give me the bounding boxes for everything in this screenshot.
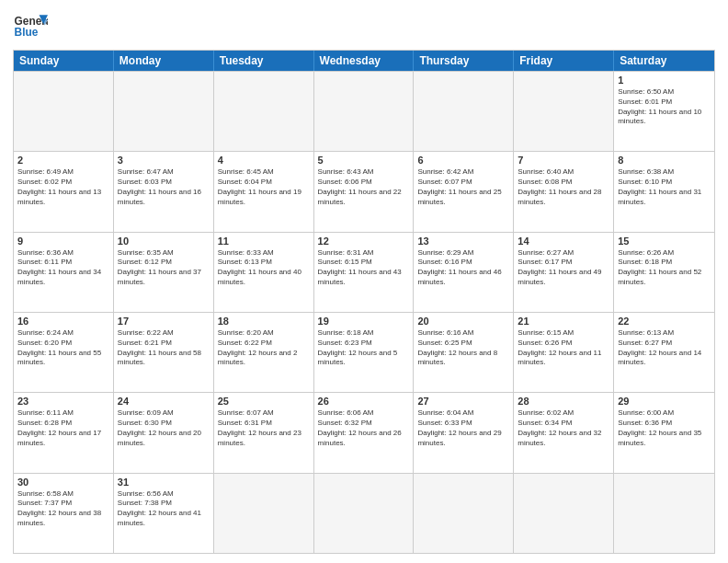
cell-info: Sunrise: 6:06 AM Sunset: 6:32 PM Dayligh…: [318, 408, 410, 448]
calendar-cell: 20Sunrise: 6:16 AM Sunset: 6:25 PM Dayli…: [414, 313, 514, 392]
cell-info: Sunrise: 6:24 AM Sunset: 6:20 PM Dayligh…: [17, 328, 109, 368]
calendar-row: 30Sunrise: 6:58 AM Sunset: 7:37 PM Dayli…: [14, 473, 714, 553]
day-number: 1: [618, 75, 711, 86]
calendar-cell: [314, 72, 415, 151]
calendar-cell: 21Sunrise: 6:15 AM Sunset: 6:26 PM Dayli…: [514, 313, 614, 392]
calendar-header: SundayMondayTuesdayWednesdayThursdayFrid…: [14, 51, 714, 71]
cell-info: Sunrise: 6:26 AM Sunset: 6:18 PM Dayligh…: [618, 248, 711, 288]
weekday-header: Tuesday: [214, 51, 314, 71]
calendar-cell: 30Sunrise: 6:58 AM Sunset: 7:37 PM Dayli…: [14, 474, 114, 553]
day-number: 8: [618, 155, 711, 166]
calendar-cell: [514, 474, 614, 553]
calendar-cell: [214, 72, 314, 151]
calendar-cell: [414, 72, 514, 151]
day-number: 15: [618, 236, 711, 247]
cell-info: Sunrise: 6:29 AM Sunset: 6:16 PM Dayligh…: [417, 248, 509, 288]
weekday-header: Saturday: [614, 51, 714, 71]
cell-info: Sunrise: 6:31 AM Sunset: 6:15 PM Dayligh…: [318, 248, 410, 288]
calendar-cell: 5Sunrise: 6:43 AM Sunset: 6:06 PM Daylig…: [314, 152, 415, 231]
day-number: 29: [618, 396, 711, 407]
day-number: 6: [417, 155, 509, 166]
cell-info: Sunrise: 6:50 AM Sunset: 6:01 PM Dayligh…: [618, 87, 711, 127]
calendar-cell: 7Sunrise: 6:40 AM Sunset: 6:08 PM Daylig…: [514, 152, 614, 231]
calendar-cell: 8Sunrise: 6:38 AM Sunset: 6:10 PM Daylig…: [614, 152, 714, 231]
cell-info: Sunrise: 6:49 AM Sunset: 6:02 PM Dayligh…: [17, 167, 109, 207]
calendar-cell: 13Sunrise: 6:29 AM Sunset: 6:16 PM Dayli…: [414, 233, 514, 312]
calendar-cell: 23Sunrise: 6:11 AM Sunset: 6:28 PM Dayli…: [14, 393, 114, 472]
day-number: 22: [618, 316, 711, 327]
cell-info: Sunrise: 6:11 AM Sunset: 6:28 PM Dayligh…: [17, 408, 109, 448]
calendar-cell: 14Sunrise: 6:27 AM Sunset: 6:17 PM Dayli…: [514, 233, 614, 312]
day-number: 31: [118, 477, 210, 488]
calendar-cell: 1Sunrise: 6:50 AM Sunset: 6:01 PM Daylig…: [614, 72, 714, 151]
svg-text:Blue: Blue: [15, 26, 39, 39]
cell-info: Sunrise: 6:58 AM Sunset: 7:37 PM Dayligh…: [17, 489, 109, 529]
calendar-cell: 11Sunrise: 6:33 AM Sunset: 6:13 PM Dayli…: [214, 233, 314, 312]
cell-info: Sunrise: 6:18 AM Sunset: 6:23 PM Dayligh…: [318, 328, 410, 368]
day-number: 17: [118, 316, 210, 327]
calendar-row: 2Sunrise: 6:49 AM Sunset: 6:02 PM Daylig…: [14, 151, 714, 231]
day-number: 3: [118, 155, 210, 166]
day-number: 4: [218, 155, 310, 166]
calendar-cell: 25Sunrise: 6:07 AM Sunset: 6:31 PM Dayli…: [214, 393, 314, 472]
day-number: 23: [17, 396, 109, 407]
calendar-cell: [14, 72, 114, 151]
day-number: 21: [518, 316, 609, 327]
calendar-cell: [414, 474, 514, 553]
cell-info: Sunrise: 6:40 AM Sunset: 6:08 PM Dayligh…: [518, 167, 609, 207]
calendar-cell: [114, 72, 214, 151]
day-number: 7: [518, 155, 609, 166]
calendar-cell: 24Sunrise: 6:09 AM Sunset: 6:30 PM Dayli…: [114, 393, 214, 472]
calendar-row: 16Sunrise: 6:24 AM Sunset: 6:20 PM Dayli…: [14, 312, 714, 392]
cell-info: Sunrise: 6:47 AM Sunset: 6:03 PM Dayligh…: [118, 167, 210, 207]
calendar-cell: 10Sunrise: 6:35 AM Sunset: 6:12 PM Dayli…: [114, 233, 214, 312]
calendar-cell: [514, 72, 614, 151]
day-number: 20: [417, 316, 509, 327]
cell-info: Sunrise: 6:00 AM Sunset: 6:36 PM Dayligh…: [618, 408, 711, 448]
day-number: 28: [518, 396, 609, 407]
day-number: 9: [17, 236, 109, 247]
cell-info: Sunrise: 6:45 AM Sunset: 6:04 PM Dayligh…: [218, 167, 310, 207]
calendar-cell: 3Sunrise: 6:47 AM Sunset: 6:03 PM Daylig…: [114, 152, 214, 231]
day-number: 19: [318, 316, 410, 327]
calendar-cell: 31Sunrise: 6:56 AM Sunset: 7:38 PM Dayli…: [114, 474, 214, 553]
weekday-header: Sunday: [14, 51, 114, 71]
cell-info: Sunrise: 6:38 AM Sunset: 6:10 PM Dayligh…: [618, 167, 711, 207]
day-number: 12: [318, 236, 410, 247]
calendar-cell: 15Sunrise: 6:26 AM Sunset: 6:18 PM Dayli…: [614, 233, 714, 312]
day-number: 27: [417, 396, 509, 407]
cell-info: Sunrise: 6:33 AM Sunset: 6:13 PM Dayligh…: [218, 248, 310, 288]
day-number: 16: [17, 316, 109, 327]
cell-info: Sunrise: 6:07 AM Sunset: 6:31 PM Dayligh…: [218, 408, 310, 448]
weekday-header: Thursday: [414, 51, 514, 71]
cell-info: Sunrise: 6:27 AM Sunset: 6:17 PM Dayligh…: [518, 248, 609, 288]
day-number: 24: [118, 396, 210, 407]
calendar-cell: 16Sunrise: 6:24 AM Sunset: 6:20 PM Dayli…: [14, 313, 114, 392]
logo-icon: General Blue: [13, 9, 48, 44]
day-number: 25: [218, 396, 310, 407]
page-header: General Blue: [13, 9, 715, 44]
calendar-cell: 6Sunrise: 6:42 AM Sunset: 6:07 PM Daylig…: [414, 152, 514, 231]
calendar-cell: 22Sunrise: 6:13 AM Sunset: 6:27 PM Dayli…: [614, 313, 714, 392]
calendar-cell: 2Sunrise: 6:49 AM Sunset: 6:02 PM Daylig…: [14, 152, 114, 231]
calendar-cell: 19Sunrise: 6:18 AM Sunset: 6:23 PM Dayli…: [314, 313, 415, 392]
calendar-cell: [614, 474, 714, 553]
day-number: 10: [118, 236, 210, 247]
weekday-header: Monday: [114, 51, 214, 71]
cell-info: Sunrise: 6:42 AM Sunset: 6:07 PM Dayligh…: [417, 167, 509, 207]
calendar-cell: 4Sunrise: 6:45 AM Sunset: 6:04 PM Daylig…: [214, 152, 314, 231]
calendar-row: 1Sunrise: 6:50 AM Sunset: 6:01 PM Daylig…: [14, 71, 714, 151]
calendar-cell: 27Sunrise: 6:04 AM Sunset: 6:33 PM Dayli…: [414, 393, 514, 472]
cell-info: Sunrise: 6:43 AM Sunset: 6:06 PM Dayligh…: [318, 167, 410, 207]
cell-info: Sunrise: 6:04 AM Sunset: 6:33 PM Dayligh…: [417, 408, 509, 448]
day-number: 18: [218, 316, 310, 327]
calendar-cell: 18Sunrise: 6:20 AM Sunset: 6:22 PM Dayli…: [214, 313, 314, 392]
cell-info: Sunrise: 6:02 AM Sunset: 6:34 PM Dayligh…: [518, 408, 609, 448]
calendar-cell: 9Sunrise: 6:36 AM Sunset: 6:11 PM Daylig…: [14, 233, 114, 312]
cell-info: Sunrise: 6:36 AM Sunset: 6:11 PM Dayligh…: [17, 248, 109, 288]
cell-info: Sunrise: 6:22 AM Sunset: 6:21 PM Dayligh…: [118, 328, 210, 368]
cell-info: Sunrise: 6:16 AM Sunset: 6:25 PM Dayligh…: [417, 328, 509, 368]
calendar-cell: 28Sunrise: 6:02 AM Sunset: 6:34 PM Dayli…: [514, 393, 614, 472]
calendar-cell: 29Sunrise: 6:00 AM Sunset: 6:36 PM Dayli…: [614, 393, 714, 472]
cell-info: Sunrise: 6:13 AM Sunset: 6:27 PM Dayligh…: [618, 328, 711, 368]
